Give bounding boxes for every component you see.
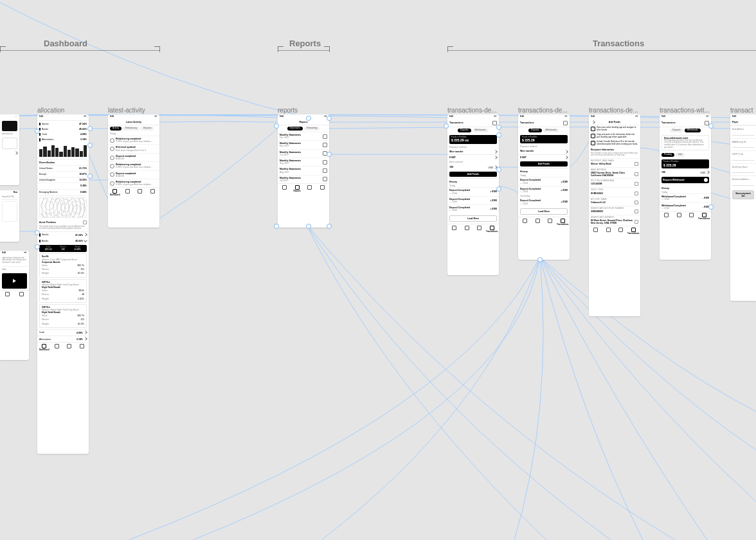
copy-icon[interactable] [634,210,638,213]
history-item[interactable]: Deposit Completed— 2014+ $100 [518,177,570,185]
activity-item[interactable]: Rebalancing completed9.93% of your portf… [108,161,159,170]
activity-item[interactable]: Risk level updatedRisk level changed fro… [108,144,159,152]
history-item[interactable]: Deposit Completed— 2014+ $100 [447,196,499,204]
report-item[interactable]: Monthly StatementsNov 2017 [278,140,329,148]
load-more-button[interactable]: Load More [449,215,497,222]
artboard-reports[interactable]: 9:41••• ☰ Reports Statements Onboarding … [278,114,329,228]
position-card: GHYS-LiShares Global High Yield Corp Bon… [39,304,87,328]
allocation-row: Cash4.00% [37,132,89,137]
artboard-tx-deposit-1[interactable]: 9:41••• ☰ Transactions Deposits Withdraw… [447,114,499,275]
form-field[interactable]: Beneficiary Name [730,163,756,176]
history-item[interactable]: Withdrawal Completed— 2014- $100 [660,203,711,211]
form-field[interactable]: Beneficiary Address [730,176,756,188]
download-icon[interactable] [323,160,327,165]
artboard-label[interactable]: transact [730,107,756,114]
section-label-reports[interactable]: Reports [289,39,321,48]
activity-item[interactable]: Rebalancing completed9.93% of your portf… [108,179,159,187]
download-icon[interactable] [323,168,327,173]
form-field[interactable]: ABA/Routing Nu [730,138,756,151]
tab-dashboard[interactable]: Dashboard [38,344,51,352]
add-funds-button[interactable]: Add Funds [449,172,497,177]
copy-icon[interactable] [634,220,638,224]
download-icon[interactable] [323,177,327,181]
artboard-tx-withdrawal[interactable]: 9:41••• ☰ Transactions DepositsWithdrawa… [660,114,711,260]
flow-node[interactable] [444,123,449,129]
flow-node[interactable] [274,123,279,129]
artboard-label[interactable]: transactions-wit... [660,107,711,114]
flow-node[interactable] [708,204,714,210]
step-item: 2Copy and paste in the information below… [589,132,640,140]
allocation-row: Alternatives3.18% [37,137,89,142]
flow-node[interactable] [87,174,93,179]
history-item[interactable]: Deposit Completed— 2014+ $100 [518,186,570,194]
flow-node[interactable] [327,224,332,229]
history-item[interactable]: Deposit Completed— 2014+ $100 [447,204,499,213]
artboard-allocation[interactable]: 9:41••• ☰ Stocks47.24%Bonds45.66%Cash4.0… [37,114,89,454]
history-item[interactable]: Deposit Completed— 2014+ $100 [447,187,499,195]
artboard-tx-deposit-2[interactable]: 9:41••• ☰ Transactions DepositsWithdrawa… [518,114,570,260]
artboard-fragment[interactable]: Now Growth 8.76% [0,190,19,242]
artboard-label[interactable]: reports [278,107,329,114]
artboard-tx-deposit-3[interactable]: 9:41••• ☰ Add Funds 1Open your online ba… [589,114,640,316]
activity-item[interactable]: Deposit completed$100.00 [108,153,159,161]
artboard-fragment[interactable]: ⋯ performance [0,114,19,185]
flow-node[interactable] [496,167,501,172]
flow-node[interactable] [87,143,93,148]
flow-node[interactable] [35,230,40,235]
report-item[interactable]: Monthly StatementsDec 2017 [278,132,329,140]
user-icon[interactable] [563,121,568,125]
artboard-label[interactable]: latest-activity [108,107,159,114]
flow-node[interactable] [306,116,311,121]
flow-node[interactable] [496,125,501,130]
artboard-label[interactable]: transactions-de... [518,107,570,114]
copy-icon[interactable] [634,201,638,204]
save-button[interactable]: Save payment det [732,190,754,199]
flow-node[interactable] [35,244,40,249]
copy-icon[interactable] [634,182,638,186]
download-icon[interactable] [323,143,327,147]
back-icon[interactable] [591,120,595,124]
artboard-fragment[interactable]: 9:41••• ☰ right balance between risk and… [0,251,29,360]
request-withdrawal-button[interactable]: Request Withdrawal [662,177,709,183]
user-icon[interactable] [492,121,497,125]
copy-icon[interactable] [634,162,638,166]
form-field[interactable]: SWIFT Code [730,150,756,163]
copy-icon[interactable] [634,172,638,176]
artboard-label[interactable]: transactions-de... [447,107,499,114]
form-field[interactable]: Bank Address [730,125,756,138]
flow-node[interactable] [35,129,40,134]
add-funds-button[interactable]: Add Funds [520,161,568,166]
artboard-label[interactable]: allocation [37,107,89,114]
flow-node[interactable] [496,186,501,192]
settings-icon[interactable] [83,221,87,224]
artboard-fragment-right[interactable]: 9:41 Paym Bank AddressABA/Routing NuSWIF… [730,114,756,301]
report-item[interactable]: Monthly StatementsSep 2017 [278,158,329,166]
copy-icon[interactable] [634,192,638,195]
diversification-row: United States61.72% [37,165,89,171]
report-item[interactable]: Monthly StatementsJul 2017 [278,175,329,183]
figma-canvas[interactable]: { "sections": { "dashboard": "Dashboard"… [0,0,756,540]
section-label-transactions[interactable]: Transactions [593,39,644,48]
report-item[interactable]: Monthly StatementsAug 2017 [278,166,329,174]
artboard-label[interactable]: transactions-de... [589,107,640,114]
flow-node[interactable] [274,224,279,229]
flow-node[interactable] [496,132,501,138]
activity-item[interactable]: Deposit completed$100.00 [108,170,159,179]
artboard-latest-activity[interactable]: 9:41••• ☰ Latest Activity Activity Rebal… [108,114,159,228]
history-item[interactable]: Withdrawal Completed— 2014- $100 [660,194,711,202]
flow-node[interactable] [87,126,93,131]
gear-icon [110,164,114,168]
report-item[interactable]: Monthly StatementsOct 2017 [278,149,329,158]
tab-bar: Dashboard [37,342,89,353]
section-label-dashboard[interactable]: Dashboard [44,39,87,48]
flow-node[interactable] [327,116,332,121]
flow-node[interactable] [708,123,714,129]
flow-node[interactable] [306,224,311,229]
toggle-icon [704,178,708,182]
flow-node[interactable] [537,257,543,262]
flow-node[interactable] [327,152,332,157]
load-more-button[interactable]: Load More [520,208,568,215]
activity-item[interactable]: Rebalancing completed9.93% of your portf… [108,136,159,144]
gear-icon [110,147,114,151]
download-icon[interactable] [323,134,327,139]
